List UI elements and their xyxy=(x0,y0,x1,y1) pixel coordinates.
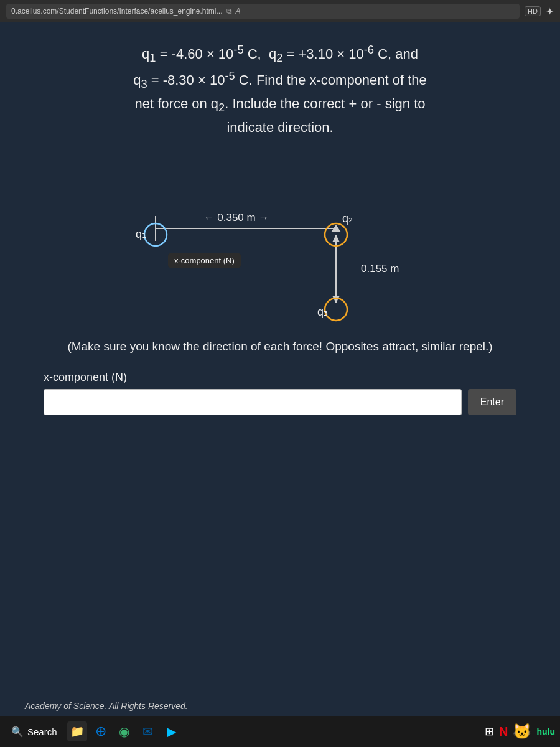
tooltip-label: x-component (N) xyxy=(168,253,241,268)
answer-input[interactable] xyxy=(44,389,462,415)
browser-bar: 0.acellus.com/StudentFunctions/Interface… xyxy=(0,0,560,22)
taskbar-play-icon[interactable]: ▶ xyxy=(162,721,182,741)
search-label: Search xyxy=(27,726,57,737)
main-content: q1 = -4.60 × 10-5 C, q2 = +3.10 × 10-6 C… xyxy=(0,22,560,696)
url-bar: 0.acellus.com/StudentFunctions/Interface… xyxy=(6,4,520,19)
problem-line3: net force on q2. Include the correct + o… xyxy=(135,96,426,111)
footer-text: Academy of Science. All Rights Reserved. xyxy=(25,701,188,711)
settings-icon[interactable]: ✦ xyxy=(546,6,554,17)
netflix-icon[interactable]: N xyxy=(499,725,508,739)
svg-text:← 0.350 m →: ← 0.350 m → xyxy=(204,212,269,223)
hulu-label[interactable]: hulu xyxy=(536,726,555,736)
play-icon: ▶ xyxy=(167,724,176,739)
diagram-area: ← 0.350 m → 0.155 m q₁ q₂ q₃ x-component… xyxy=(93,157,467,331)
taskbar-file-icon[interactable]: 📁 xyxy=(67,721,87,741)
svg-marker-6 xyxy=(332,296,340,303)
taskbar-search[interactable]: 🔍 Search xyxy=(5,720,63,743)
svg-text:q₂: q₂ xyxy=(342,212,353,225)
answer-row: Enter xyxy=(44,389,516,415)
svg-marker-5 xyxy=(332,235,340,242)
file-icon: 📁 xyxy=(70,725,84,738)
problem-line2: q3 = -8.30 × 10-5 C. Find the x-componen… xyxy=(133,72,427,88)
browser-icons: HD ✦ xyxy=(525,6,554,17)
diagram-svg: ← 0.350 m → 0.155 m q₁ q₂ q₃ xyxy=(93,157,467,331)
mail-icon: ✉ xyxy=(142,724,153,739)
browser-icon: ◉ xyxy=(119,724,129,739)
hd-badge: HD xyxy=(525,6,541,16)
edge-icon: ⊕ xyxy=(95,723,106,740)
problem-line1: q1 = -4.60 × 10-5 C, q2 = +3.10 × 10-6 C… xyxy=(142,46,418,62)
problem-line4: indicate direction. xyxy=(226,120,333,135)
profile-icon[interactable]: 🐱 xyxy=(513,723,531,740)
reader-icon: A xyxy=(236,7,241,16)
taskbar: 🔍 Search 📁 ⊕ ◉ ✉ ▶ ⊞ N 🐱 hulu xyxy=(0,716,560,747)
taskbar-browser-icon[interactable]: ◉ xyxy=(114,721,134,741)
footer: Academy of Science. All Rights Reserved. xyxy=(0,696,560,716)
enter-button[interactable]: Enter xyxy=(468,389,516,415)
svg-text:q₃: q₃ xyxy=(317,306,328,318)
taskbar-edge-icon[interactable]: ⊕ xyxy=(91,721,111,741)
search-icon: 🔍 xyxy=(11,726,24,738)
copy-icon[interactable]: ⧉ xyxy=(226,7,232,16)
svg-text:0.155 m: 0.155 m xyxy=(361,263,399,275)
taskbar-mail-icon[interactable]: ✉ xyxy=(138,721,158,741)
taskbar-right: ⊞ N 🐱 hulu xyxy=(485,723,555,740)
problem-text: q1 = -4.60 × 10-5 C, q2 = +3.10 × 10-6 C… xyxy=(133,41,427,138)
windows-grid-icon[interactable]: ⊞ xyxy=(485,725,494,738)
url-text: 0.acellus.com/StudentFunctions/Interface… xyxy=(11,7,223,16)
answer-label: x-component (N) xyxy=(44,371,516,384)
answer-section: x-component (N) Enter xyxy=(44,371,516,415)
svg-text:q₁: q₁ xyxy=(136,228,146,240)
hint-text: (Make sure you know the direction of eac… xyxy=(67,337,492,355)
